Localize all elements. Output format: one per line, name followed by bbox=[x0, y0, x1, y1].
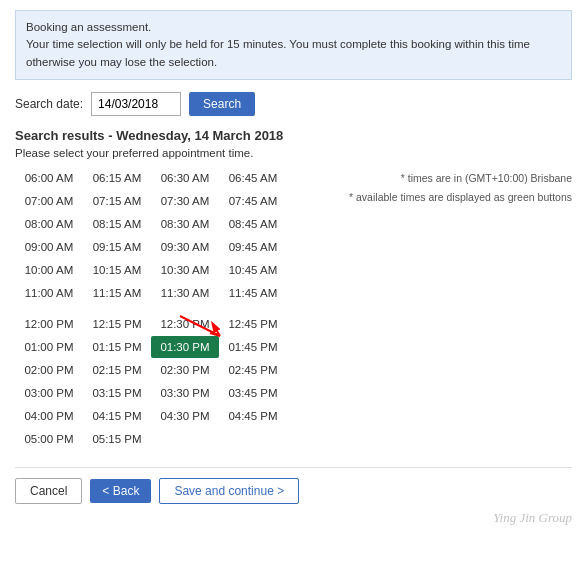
time-note1: * times are in (GMT+10:00) Brisbane bbox=[349, 169, 572, 188]
page-wrapper: Booking an assessment. Your time selecti… bbox=[0, 0, 587, 536]
time-cell[interactable]: 11:15 AM bbox=[83, 282, 151, 304]
time-grid: 06:00 AM06:15 AM06:30 AM06:45 AM07:00 AM… bbox=[15, 167, 339, 451]
time-cell[interactable]: 04:00 PM bbox=[15, 405, 83, 427]
results-subtext: Please select your preferred appointment… bbox=[15, 147, 572, 159]
time-cell[interactable]: 03:15 PM bbox=[83, 382, 151, 404]
bottom-actions: Cancel < Back Save and continue > bbox=[15, 467, 572, 504]
time-cell[interactable]: 08:15 AM bbox=[83, 213, 151, 235]
time-cell[interactable]: 01:00 PM bbox=[15, 336, 83, 358]
time-cell[interactable]: 04:15 PM bbox=[83, 405, 151, 427]
time-cell[interactable]: 07:00 AM bbox=[15, 190, 83, 212]
time-cell[interactable]: 11:30 AM bbox=[151, 282, 219, 304]
save-continue-button[interactable]: Save and continue > bbox=[159, 478, 299, 504]
watermark: Ying Jin Group bbox=[15, 510, 572, 526]
time-note2: * available times are displayed as green… bbox=[349, 188, 572, 207]
red-arrow-indicator bbox=[170, 311, 250, 346]
time-cell[interactable]: 04:30 PM bbox=[151, 405, 219, 427]
time-cell[interactable]: 10:15 AM bbox=[83, 259, 151, 281]
time-cell-empty bbox=[219, 428, 287, 450]
time-cell[interactable]: 06:30 AM bbox=[151, 167, 219, 189]
time-cell[interactable]: 05:15 PM bbox=[83, 428, 151, 450]
back-button[interactable]: < Back bbox=[90, 479, 151, 503]
time-cell[interactable]: 04:45 PM bbox=[219, 405, 287, 427]
time-cell[interactable]: 09:30 AM bbox=[151, 236, 219, 258]
info-banner: Booking an assessment. Your time selecti… bbox=[15, 10, 572, 80]
time-cell[interactable]: 03:45 PM bbox=[219, 382, 287, 404]
time-notes: * times are in (GMT+10:00) Brisbane * av… bbox=[339, 167, 572, 451]
cancel-button[interactable]: Cancel bbox=[15, 478, 82, 504]
time-cell[interactable]: 07:30 AM bbox=[151, 190, 219, 212]
time-row: 09:00 AM09:15 AM09:30 AM09:45 AM bbox=[15, 236, 339, 258]
search-row: Search date: Search bbox=[15, 92, 572, 116]
time-cell[interactable]: 02:00 PM bbox=[15, 359, 83, 381]
time-row: 04:00 PM04:15 PM04:30 PM04:45 PM bbox=[15, 405, 339, 427]
time-section: 06:00 AM06:15 AM06:30 AM06:45 AM07:00 AM… bbox=[15, 167, 572, 451]
time-cell[interactable]: 08:45 AM bbox=[219, 213, 287, 235]
time-cell-empty bbox=[151, 428, 219, 450]
time-cell[interactable]: 12:00 PM bbox=[15, 313, 83, 335]
time-row: 08:00 AM08:15 AM08:30 AM08:45 AM bbox=[15, 213, 339, 235]
time-cell[interactable]: 10:00 AM bbox=[15, 259, 83, 281]
time-cell[interactable]: 11:00 AM bbox=[15, 282, 83, 304]
time-cell[interactable]: 07:15 AM bbox=[83, 190, 151, 212]
search-button[interactable]: Search bbox=[189, 92, 255, 116]
time-cell[interactable]: 10:30 AM bbox=[151, 259, 219, 281]
time-cell[interactable]: 06:00 AM bbox=[15, 167, 83, 189]
time-cell[interactable]: 08:30 AM bbox=[151, 213, 219, 235]
time-cell[interactable]: 05:00 PM bbox=[15, 428, 83, 450]
time-cell[interactable]: 09:45 AM bbox=[219, 236, 287, 258]
time-cell[interactable]: 09:15 AM bbox=[83, 236, 151, 258]
banner-text1: Booking an assessment. bbox=[26, 21, 151, 33]
time-cell[interactable]: 02:30 PM bbox=[151, 359, 219, 381]
search-date-label: Search date: bbox=[15, 97, 83, 111]
time-row: 10:00 AM10:15 AM10:30 AM10:45 AM bbox=[15, 259, 339, 281]
time-row: 06:00 AM06:15 AM06:30 AM06:45 AM bbox=[15, 167, 339, 189]
time-cell[interactable]: 09:00 AM bbox=[15, 236, 83, 258]
time-cell[interactable]: 12:15 PM bbox=[83, 313, 151, 335]
results-heading: Search results - Wednesday, 14 March 201… bbox=[15, 128, 572, 143]
time-cell[interactable]: 07:45 AM bbox=[219, 190, 287, 212]
time-cell[interactable]: 10:45 AM bbox=[219, 259, 287, 281]
time-cell[interactable]: 03:00 PM bbox=[15, 382, 83, 404]
banner-text2: Your time selection will only be held fo… bbox=[26, 38, 530, 67]
time-cell[interactable]: 06:15 AM bbox=[83, 167, 151, 189]
time-cell[interactable]: 02:45 PM bbox=[219, 359, 287, 381]
time-cell[interactable]: 02:15 PM bbox=[83, 359, 151, 381]
time-row: 11:00 AM11:15 AM11:30 AM11:45 AM bbox=[15, 282, 339, 304]
time-cell[interactable]: 08:00 AM bbox=[15, 213, 83, 235]
time-cell[interactable]: 11:45 AM bbox=[219, 282, 287, 304]
time-row: 03:00 PM03:15 PM03:30 PM03:45 PM bbox=[15, 382, 339, 404]
time-row: 07:00 AM07:15 AM07:30 AM07:45 AM bbox=[15, 190, 339, 212]
time-row: 02:00 PM02:15 PM02:30 PM02:45 PM bbox=[15, 359, 339, 381]
search-date-input[interactable] bbox=[91, 92, 181, 116]
time-cell[interactable]: 03:30 PM bbox=[151, 382, 219, 404]
time-row: 05:00 PM05:15 PM bbox=[15, 428, 339, 450]
time-cell[interactable]: 06:45 AM bbox=[219, 167, 287, 189]
time-cell[interactable]: 01:15 PM bbox=[83, 336, 151, 358]
